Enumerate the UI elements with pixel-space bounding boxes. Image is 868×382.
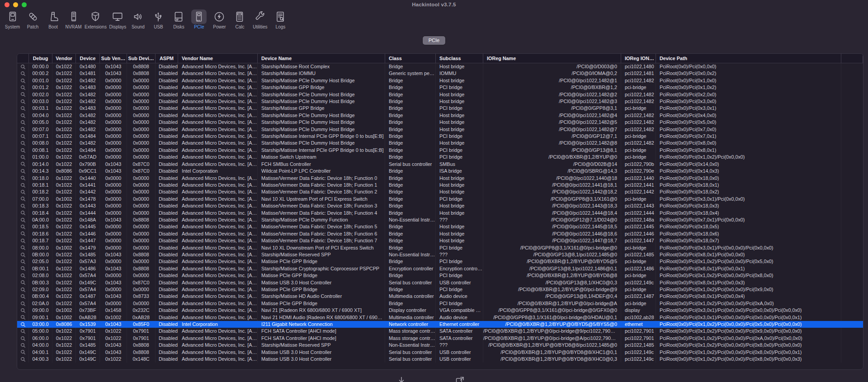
- toolbar-item-boot[interactable]: Boot: [43, 9, 63, 29]
- row-search-icon[interactable]: [20, 280, 26, 285]
- column-header-search[interactable]: [17, 54, 29, 63]
- table-row[interactable]: 00:05.00x10220x14820x00000x0000DisabledA…: [17, 119, 863, 126]
- row-search-icon[interactable]: [20, 169, 26, 174]
- toolbar-item-power[interactable]: Power: [209, 9, 230, 29]
- table-row[interactable]: 00:04.00x10220x14820x00000x0000DisabledA…: [17, 112, 863, 119]
- row-search-icon[interactable]: [20, 301, 26, 307]
- column-header-ioreg-ioname[interactable]: IOReg IOName: [621, 54, 656, 63]
- table-row[interactable]: 06:00.00x10220x79010x10220x7901DisabledA…: [17, 335, 863, 342]
- table-row[interactable]: 00:18.10x10220x14410x00000x0000DisabledA…: [17, 182, 863, 189]
- table-row[interactable]: 00:07.00x10220x14820x00000x0000DisabledA…: [17, 126, 863, 133]
- table-row[interactable]: 09:00.00x10020x73BF0x14580x232CDisabledA…: [17, 307, 863, 314]
- row-search-icon[interactable]: [20, 161, 26, 167]
- row-search-icon[interactable]: [20, 106, 26, 111]
- table-row[interactable]: 00:18.20x10220x14420x00000x0000DisabledA…: [17, 189, 863, 195]
- toolbar-item-pcie[interactable]: PCIe: [189, 9, 209, 29]
- row-search-icon[interactable]: [20, 259, 26, 264]
- tab-pcie[interactable]: PCIe: [423, 36, 445, 45]
- row-search-icon[interactable]: [20, 266, 26, 271]
- row-search-icon[interactable]: [20, 336, 26, 341]
- table-row[interactable]: 01:00.00x10220x57AD0x00000x0000DisabledA…: [17, 154, 863, 160]
- table-row[interactable]: 00:01.20x10220x14830x00000x0000DisabledA…: [17, 84, 863, 91]
- table-row[interactable]: 0B:00.00x10220x14850x10430x8808DisabledA…: [17, 251, 863, 258]
- column-header-vendor-name[interactable]: Vendor Name: [178, 54, 258, 63]
- toolbar-item-system[interactable]: System: [2, 9, 23, 29]
- column-header-sub-devi[interactable]: Sub Devi…: [127, 54, 156, 63]
- table-row[interactable]: 07:00.00x10020x14780x00000x0000DisabledA…: [17, 196, 863, 203]
- table-row[interactable]: 0A:00.00x10220x148A0x10430x8808DisabledA…: [17, 217, 863, 223]
- table-row[interactable]: 0B:00.40x10220x14870x10430x8733DisabledA…: [17, 293, 863, 300]
- table-row[interactable]: 00:14.30x80860x9CC10x10430x87C0DisabledI…: [17, 168, 863, 174]
- row-search-icon[interactable]: [20, 343, 26, 348]
- table-row[interactable]: 00:00.20x10220x14810x10430x8808DisabledA…: [17, 70, 863, 77]
- toolbar-item-usb[interactable]: USB: [148, 9, 169, 29]
- toolbar-item-calc[interactable]: Calc: [230, 9, 250, 29]
- row-search-icon[interactable]: [20, 357, 26, 362]
- table-row[interactable]: 00:18.30x10220x14430x00000x0000DisabledA…: [17, 203, 863, 209]
- table-row[interactable]: 0B:00.10x10220x14860x10430x8808DisabledA…: [17, 265, 863, 272]
- toolbar-item-extensions[interactable]: Extensions: [84, 9, 108, 29]
- row-search-icon[interactable]: [20, 64, 26, 70]
- column-header-aspm[interactable]: ASPM: [156, 54, 178, 63]
- row-search-icon[interactable]: [20, 273, 26, 278]
- column-header-vendor[interactable]: Vendor: [52, 54, 76, 63]
- table-row[interactable]: 03:00.00x80860x15390x10430x85F0DisabledI…: [17, 321, 863, 328]
- table-row[interactable]: 08:00.00x10020x14790x00000x0000DisabledA…: [17, 245, 863, 251]
- row-search-icon[interactable]: [20, 315, 26, 320]
- column-header-subclass[interactable]: Subclass: [436, 54, 483, 63]
- column-header-device-path[interactable]: Device Path: [656, 54, 841, 63]
- table-row[interactable]: 02:05.00x10220x57A30x00000x0000DisabledA…: [17, 258, 863, 265]
- row-search-icon[interactable]: [20, 189, 26, 195]
- table-row[interactable]: 02:0A.00x10220x57A40x00000x0000DisabledA…: [17, 300, 863, 307]
- toolbar-item-nvram[interactable]: NVRAM: [63, 9, 84, 29]
- row-search-icon[interactable]: [20, 238, 26, 244]
- row-search-icon[interactable]: [20, 92, 26, 97]
- row-search-icon[interactable]: [20, 134, 26, 139]
- toolbar-item-logs[interactable]: Logs: [270, 9, 291, 29]
- row-search-icon[interactable]: [20, 155, 26, 160]
- row-search-icon[interactable]: [20, 127, 26, 132]
- row-search-icon[interactable]: [20, 113, 26, 118]
- row-search-icon[interactable]: [20, 120, 26, 125]
- row-search-icon[interactable]: [20, 183, 26, 188]
- row-search-icon[interactable]: [20, 85, 26, 90]
- table-row[interactable]: 00:08.00x10220x14820x00000x0000DisabledA…: [17, 140, 863, 146]
- column-header-class[interactable]: Class: [385, 54, 436, 63]
- table-row[interactable]: 04:00.10x10220x149C0x10430x8808DisabledA…: [17, 349, 863, 356]
- toolbar-item-patch[interactable]: Patch: [23, 9, 43, 29]
- table-row[interactable]: 00:01.00x10220x14820x00000x0000DisabledA…: [17, 77, 863, 84]
- table-row[interactable]: 00:14.00x10220x790B0x10430x87C0DisabledA…: [17, 161, 863, 168]
- table-row[interactable]: 00:08.10x10220x14840x00000x0000DisabledA…: [17, 147, 863, 154]
- row-search-icon[interactable]: [20, 217, 26, 223]
- table-row[interactable]: 02:09.00x10220x57A40x00000x0000DisabledA…: [17, 286, 863, 293]
- table-row[interactable]: 00:03.00x10220x14820x00000x0000DisabledA…: [17, 98, 863, 105]
- toolbar-item-disks[interactable]: Disks: [169, 9, 189, 29]
- row-search-icon[interactable]: [20, 287, 26, 292]
- table-row[interactable]: 05:00.00x10220x79010x10220x7901DisabledA…: [17, 328, 863, 335]
- row-search-icon[interactable]: [20, 148, 26, 153]
- table-row[interactable]: 00:18.50x10220x14450x00000x0000DisabledA…: [17, 223, 863, 230]
- row-search-icon[interactable]: [20, 78, 26, 84]
- row-search-icon[interactable]: [20, 175, 26, 181]
- toolbar-item-sound[interactable]: Sound: [128, 9, 148, 29]
- row-search-icon[interactable]: [20, 71, 26, 76]
- column-header-debug[interactable]: Debug: [29, 54, 52, 63]
- row-search-icon[interactable]: [20, 329, 26, 334]
- row-search-icon[interactable]: [20, 308, 26, 313]
- row-search-icon[interactable]: [20, 245, 26, 250]
- row-search-icon[interactable]: [20, 252, 26, 258]
- row-search-icon[interactable]: [20, 294, 26, 299]
- table-row[interactable]: 00:18.40x10220x14440x00000x0000DisabledA…: [17, 210, 863, 217]
- table-row[interactable]: 00:18.00x10220x14400x00000x0000DisabledA…: [17, 175, 863, 182]
- row-search-icon[interactable]: [20, 322, 26, 327]
- column-header-ioreg-name[interactable]: IOReg Name: [483, 54, 621, 63]
- column-header-device-name[interactable]: Device Name: [258, 54, 385, 63]
- table-row[interactable]: 00:03.10x10220x14830x00000x0000DisabledA…: [17, 105, 863, 112]
- table-row[interactable]: 00:18.70x10220x14470x00000x0000DisabledA…: [17, 237, 863, 244]
- table-row[interactable]: 0B:00.30x10220x149C0x10430x87C0DisabledA…: [17, 279, 863, 286]
- table-row[interactable]: 02:08.00x10220x57A40x00000x0000DisabledA…: [17, 272, 863, 279]
- row-search-icon[interactable]: [20, 210, 26, 216]
- row-search-icon[interactable]: [20, 99, 26, 104]
- export-icon[interactable]: [455, 375, 466, 382]
- table-row[interactable]: 04:00.30x10220x149C0x10220x148CDisabledA…: [17, 356, 863, 363]
